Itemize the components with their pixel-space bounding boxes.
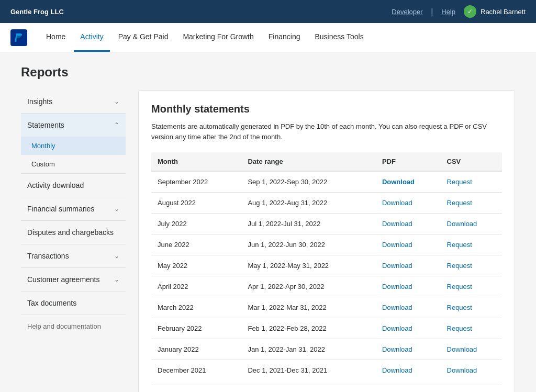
cell-csv: Download — [441, 214, 502, 234]
sidebar-customer-header[interactable]: Customer agreements ⌄ — [21, 268, 126, 291]
pdf-link[interactable]: Download — [382, 199, 412, 207]
nav-marketing[interactable]: Marketing For Growth — [176, 23, 260, 52]
cell-pdf: Download — [376, 318, 441, 339]
page-title: Reports — [21, 65, 515, 80]
main-nav: Home Activity Pay & Get Paid Marketing F… — [40, 23, 370, 52]
cell-range: Jan 1, 2022-Jan 31, 2022 — [241, 339, 375, 360]
developer-link[interactable]: Developer — [392, 8, 422, 16]
sidebar-transactions: Transactions ⌄ — [21, 244, 126, 268]
sidebar-help[interactable]: Help and documentation — [21, 315, 126, 338]
cell-pdf: Download — [376, 339, 441, 360]
help-link[interactable]: Help — [441, 8, 455, 16]
sidebar-statements-header[interactable]: Statements ⌃ — [21, 114, 126, 137]
pdf-link[interactable]: Download — [382, 283, 412, 290]
table-row: March 2022 Mar 1, 2022-Mar 31, 2022 Down… — [151, 297, 502, 318]
cell-pdf: Download — [376, 193, 441, 214]
table-row: July 2022 Jul 1, 2022-Jul 31, 2022 Downl… — [151, 214, 502, 234]
chevron-down-icon-4: ⌄ — [114, 276, 119, 283]
col-date-range: Date range — [241, 152, 375, 171]
nav-pay-get-paid[interactable]: Pay & Get Paid — [112, 23, 175, 52]
cell-csv: Request — [441, 255, 502, 276]
pdf-link[interactable]: Download — [382, 262, 412, 270]
cell-month: March 2022 — [151, 297, 241, 318]
sidebar-activity-download[interactable]: Activity download — [21, 174, 126, 197]
cell-range: Mar 1, 2022-Mar 31, 2022 — [241, 297, 375, 318]
csv-link[interactable]: Request — [447, 324, 472, 332]
sidebar-sub-monthly[interactable]: Monthly — [21, 137, 126, 155]
pagination: 1 - 10 of 24 1 2 3 › — [151, 385, 502, 392]
pdf-link[interactable]: Download — [382, 304, 412, 311]
pdf-link[interactable]: Download — [382, 220, 412, 228]
sidebar-sub-custom[interactable]: Custom — [21, 155, 126, 173]
cell-pdf: Download — [376, 297, 441, 318]
cell-range: Sep 1, 2022-Sep 30, 2022 — [241, 171, 375, 193]
chevron-down-icon-3: ⌄ — [114, 252, 119, 260]
cell-csv: Request — [441, 193, 502, 214]
col-csv: CSV — [441, 152, 502, 171]
csv-link[interactable]: Request — [447, 262, 472, 270]
sidebar-statements-label: Statements — [27, 121, 64, 129]
sidebar-insights-label: Insights — [27, 97, 52, 106]
csv-link[interactable]: Request — [447, 241, 472, 249]
cell-csv: Request — [441, 276, 502, 297]
cell-csv: Download — [441, 360, 502, 381]
chevron-down-icon: ⌄ — [114, 98, 119, 105]
cell-csv: Request — [441, 234, 502, 255]
pdf-link[interactable]: Download — [382, 324, 412, 332]
nav-financing[interactable]: Financing — [262, 23, 307, 52]
statements-table: Month Date range PDF CSV September 2022 … — [151, 152, 502, 380]
csv-link[interactable]: Request — [447, 304, 472, 311]
sidebar-disputes[interactable]: Disputes and chargebacks — [21, 221, 126, 244]
csv-link[interactable]: Download — [447, 220, 477, 228]
chevron-up-icon: ⌃ — [114, 121, 119, 129]
sidebar-customer-label: Customer agreements — [27, 275, 100, 284]
pdf-link[interactable]: Download — [382, 345, 412, 353]
cell-range: Jul 1, 2022-Jul 31, 2022 — [241, 214, 375, 234]
paypal-logo — [10, 29, 27, 46]
cell-range: Aug 1, 2022-Aug 31, 2022 — [241, 193, 375, 214]
sidebar-financial: Financial summaries ⌄ — [21, 197, 126, 221]
section-title: Monthly statements — [151, 103, 502, 115]
pdf-link[interactable]: Download — [382, 178, 415, 186]
pdf-link[interactable]: Download — [382, 241, 412, 249]
nav-home[interactable]: Home — [40, 23, 72, 52]
sidebar-transactions-header[interactable]: Transactions ⌄ — [21, 244, 126, 267]
cell-csv: Request — [441, 171, 502, 193]
csv-link[interactable]: Request — [447, 178, 472, 186]
col-month: Month — [151, 152, 241, 171]
cell-range: Dec 1, 2021-Dec 31, 2021 — [241, 360, 375, 381]
company-name: Gentle Frog LLC — [10, 8, 64, 16]
csv-link[interactable]: Download — [447, 345, 477, 353]
top-bar: Gentle Frog LLC Developer | Help ✓ Rache… — [0, 0, 536, 23]
user-profile[interactable]: ✓ Rachel Barnett — [464, 5, 526, 18]
nav-activity[interactable]: Activity — [74, 23, 109, 52]
cell-month: June 2022 — [151, 234, 241, 255]
cell-month: December 2021 — [151, 360, 241, 381]
cell-month: July 2022 — [151, 214, 241, 234]
cell-month: April 2022 — [151, 276, 241, 297]
csv-link[interactable]: Request — [447, 199, 472, 207]
sidebar-insights-header[interactable]: Insights ⌄ — [21, 90, 126, 113]
pdf-link[interactable]: Download — [382, 366, 412, 374]
user-avatar: ✓ — [464, 5, 476, 18]
cell-pdf: Download — [376, 255, 441, 276]
table-row: February 2022 Feb 1, 2022-Feb 28, 2022 D… — [151, 318, 502, 339]
csv-link[interactable]: Download — [447, 366, 477, 374]
cell-pdf: Download — [376, 360, 441, 381]
cell-range: Apr 1, 2022-Apr 30, 2022 — [241, 276, 375, 297]
top-bar-right: Developer | Help ✓ Rachel Barnett — [392, 5, 526, 18]
cell-range: Feb 1, 2022-Feb 28, 2022 — [241, 318, 375, 339]
cell-pdf: Download — [376, 234, 441, 255]
cell-pdf: Download — [376, 214, 441, 234]
cell-range: Jun 1, 2022-Jun 30, 2022 — [241, 234, 375, 255]
cell-month: September 2022 — [151, 171, 241, 193]
sidebar-customer: Customer agreements ⌄ — [21, 268, 126, 292]
sidebar: Insights ⌄ Statements ⌃ Monthly Custom A… — [21, 90, 126, 392]
cell-month: May 2022 — [151, 255, 241, 276]
sidebar-financial-label: Financial summaries — [27, 205, 94, 213]
nav-business-tools[interactable]: Business Tools — [309, 23, 370, 52]
nav-bar: Home Activity Pay & Get Paid Marketing F… — [0, 23, 536, 52]
csv-link[interactable]: Request — [447, 283, 472, 290]
sidebar-tax[interactable]: Tax documents — [21, 292, 126, 315]
sidebar-financial-header[interactable]: Financial summaries ⌄ — [21, 197, 126, 220]
